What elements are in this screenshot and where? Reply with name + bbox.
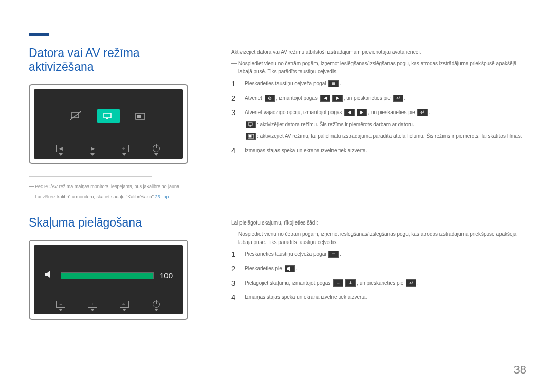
section1-step1: 1 Pieskarieties taustiņu ceļveža pogai . (231, 79, 526, 88)
nav-power-button (145, 301, 168, 311)
svg-rect-5 (137, 115, 141, 118)
footnote-2: Lai vēlreiz kalibrētu monitoru, skatiet … (29, 194, 203, 199)
section1-right: Aktivizējiet datora vai AV režīmu atbils… (231, 48, 526, 160)
menu-icon (328, 80, 339, 87)
svg-rect-7 (250, 126, 251, 126)
section2-step4: 4 Izmaiņas stājas spēkā un ekrāna izvēln… (231, 293, 526, 302)
step-number: 4 (231, 293, 237, 302)
speaker-button-icon (285, 265, 295, 272)
volume-value: 100 (160, 271, 173, 280)
header-accent (29, 33, 49, 36)
svg-rect-6 (248, 123, 252, 125)
step2-text-a: Atveriet (245, 95, 264, 101)
monitor-illustration-2: 100 − + ↵ (29, 240, 188, 320)
nav-right-button: ▶ (81, 145, 104, 156)
nav-plus-button: + (81, 301, 104, 311)
nav-minus-button: − (49, 301, 72, 311)
nav-enter-button: ↵ (113, 301, 136, 311)
section1-step4: 4 Izmaiņas stājas spēkā un ekrāna izvēln… (231, 146, 526, 155)
step-number: 2 (231, 94, 237, 102)
step1-text: Pieskarieties taustiņu ceļveža pogai (245, 251, 327, 257)
right-arrow-icon (357, 109, 367, 116)
section2-step1: 1 Pieskarieties taustiņu ceļveža pogai . (231, 250, 526, 259)
enter-icon (406, 279, 416, 287)
menu-icon (328, 251, 339, 258)
footnote-2-text: Lai vēlreiz kalibrētu monitoru, skatiet … (35, 194, 155, 199)
svg-rect-2 (104, 113, 111, 118)
footnote-1: Pēc PC/AV režīma maiņas monitors, iespēj… (29, 184, 203, 189)
section1-left: Datora vai AV režīma aktivizēšana ◀ ▶ ↵ (29, 46, 203, 204)
header-rule (29, 35, 526, 35)
osd-source-off-icon (65, 109, 88, 123)
left-arrow-icon (320, 95, 330, 102)
step2-text: Pieskarieties pie (245, 266, 284, 271)
section2-step2: 2 Pieskarieties pie . (231, 264, 526, 273)
step3-text-b: , un pieskarieties pie (368, 109, 416, 115)
step3-sub1: : aktivizējiet datora režīmu. Šis režīms… (257, 122, 414, 127)
section1-note: Nospiediet vienu no četrām pogām, izņemo… (231, 60, 526, 76)
settings-icon (265, 95, 275, 102)
nav-enter-button: ↵ (113, 145, 136, 156)
step-number: 2 (231, 264, 237, 273)
step3-sub2: : aktivizējiet AV režīmu, lai palielināt… (257, 133, 522, 139)
svg-rect-9 (249, 135, 251, 137)
footnote-link[interactable]: 25. lpp. (155, 194, 171, 199)
section1-intro: Aktivizējiet datora vai AV režīmu atbils… (231, 48, 526, 57)
right-arrow-icon (332, 95, 343, 102)
step1-text: Pieskarieties taustiņu ceļveža pogai (245, 81, 327, 86)
plus-icon (345, 279, 356, 287)
minus-icon (333, 279, 343, 287)
speaker-icon (44, 270, 54, 282)
enter-icon (393, 95, 403, 102)
divider (29, 176, 152, 177)
step2-text-c: , un pieskarieties pie (344, 95, 392, 101)
section1-step2: 2 Atveriet , izmantojot pogas , un piesk… (231, 94, 526, 103)
step3-text-a: Atveriet vajadzīgo opciju, izmantojot po… (245, 109, 343, 115)
step-number: 3 (231, 108, 237, 117)
nav-power-button (145, 145, 168, 156)
step-number: 1 (231, 79, 237, 88)
section2-step3: 3 Pielāgojiet skaļumu, izmantojot pogas … (231, 278, 526, 288)
pc-mode-icon (246, 121, 256, 128)
step-number: 3 (231, 278, 237, 287)
section2-intro: Lai pielāgotu skaļumu, rīkojieties šādi: (231, 219, 526, 227)
section2-note: Nospiediet vienu no četrām pogām, izņemo… (231, 230, 526, 247)
section2-right: Lai pielāgotu skaļumu, rīkojieties šādi:… (231, 219, 526, 307)
step4-text: Izmaiņas stājas spēkā un ekrāna izvēlne … (245, 293, 526, 302)
step3-text-a: Pielāgojiet skaļumu, izmantojot pogas (245, 280, 332, 286)
svg-rect-3 (106, 118, 108, 119)
av-mode-icon (246, 133, 256, 140)
osd-pc-mode-icon (97, 109, 120, 123)
enter-icon (417, 109, 428, 116)
volume-bar (61, 272, 154, 279)
step-number: 4 (231, 146, 237, 155)
step2-text-b: , izmantojot pogas (276, 95, 319, 101)
step4-text: Izmaiņas stājas spēkā un ekrāna izvēlne … (245, 146, 526, 155)
section1-step3: 3 Atveriet vajadzīgo opciju, izmantojot … (231, 108, 526, 141)
monitor-illustration-1: ◀ ▶ ↵ (29, 84, 188, 164)
page-number: 38 (514, 363, 526, 377)
svg-rect-0 (71, 113, 79, 118)
section2-left: Skaļuma pielāgošana 100 − + ↵ (29, 216, 203, 320)
section1-title: Datora vai AV režīma aktivizēšana (29, 46, 203, 74)
osd-av-mode-icon (129, 109, 152, 123)
step-number: 1 (231, 250, 237, 258)
step3-text-b: , un pieskarieties pie (357, 280, 405, 286)
section2-title: Skaļuma pielāgošana (29, 216, 203, 230)
left-arrow-icon (344, 109, 355, 116)
nav-left-button: ◀ (49, 145, 72, 156)
